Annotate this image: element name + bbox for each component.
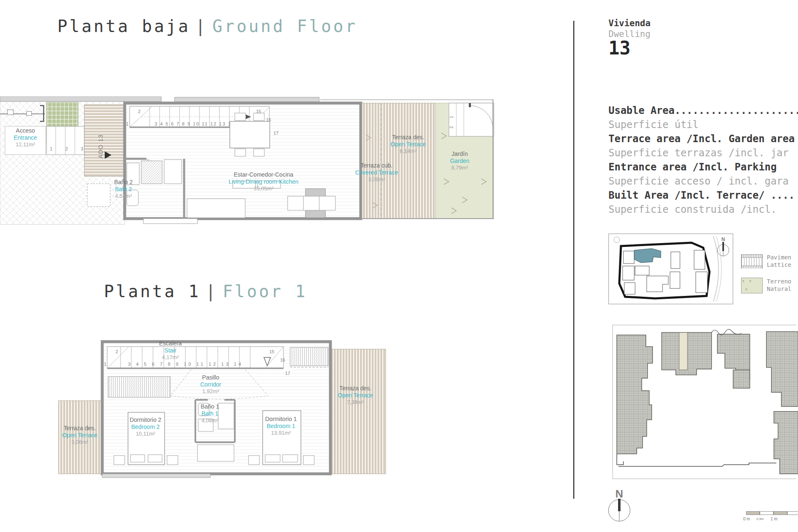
area-row-terrace-en: Terrace area /Incl. Garden area [608, 133, 795, 145]
stair-numbers-run: 3 4 5 6 7 8 9 10 11 12 13 14 [128, 362, 243, 367]
legend-label-natural: Terreno Natural [767, 278, 791, 293]
exterior-ledge [143, 219, 197, 224]
stair-numbers-run: 3 4 5 6 7 8 9 10 11 12 13 14 [155, 121, 235, 126]
stair-number: 1 [104, 362, 106, 367]
room-label-covered-terrace: Terraza cub. Covered Terrace 3,08m² [355, 162, 398, 183]
north-compass: N [605, 483, 638, 532]
stair-number: 17 [273, 131, 278, 135]
stair-number: 2 [138, 109, 140, 114]
stair-number: 15 [269, 349, 274, 354]
floor1-title-es: Planta 1 [104, 282, 201, 301]
area-row-entrance-es: Superficie acceso / incl. gara [608, 175, 788, 187]
floor1-title-en: Floor 1 [223, 282, 308, 301]
room-label-bedroom2: Dormitorio 2 Bedroom 2 10,11m² [130, 416, 161, 437]
stair-number: 16 [280, 357, 285, 362]
ground-floor-title: Planta baja|Ground Floor [57, 17, 357, 36]
site-buildings [617, 332, 798, 474]
legend-label-lattice: Pavimen Lattice [767, 254, 791, 268]
panel-divider [573, 21, 574, 499]
minimap-north-label: N [722, 236, 725, 242]
area-row-usable-es: Superficie útil [608, 119, 699, 131]
room-label-bath2: Baño 2 Bath 2 4,53m² [114, 179, 133, 200]
title-separator: | [190, 17, 212, 36]
garden-entry-nook: 2 1 [449, 103, 494, 136]
wardrobe [290, 347, 328, 366]
north-label: N [616, 488, 623, 500]
scalebar-segment [746, 511, 760, 515]
ground-floor-title-en: Ground Floor [212, 17, 357, 36]
room-label-stair: Escalera Stair 4,17m² [159, 340, 182, 361]
title-separator: | [201, 282, 223, 301]
ground-floor-title-es: Planta baja [57, 17, 190, 36]
site-plan [608, 320, 798, 482]
rear-terrace [362, 103, 436, 219]
scalebar-label-05: 0,5m [756, 517, 764, 521]
area-row-usable-en: Usable Area..................... [608, 105, 798, 116]
plan-sheet: { "titles": { "ground": {"es": "Planta b… [0, 0, 798, 532]
scalebar-label-0: 0 m [743, 517, 750, 521]
scalebar-segment [773, 511, 787, 515]
area-row-built-en: Built Area /Incl. Terrace/ .... [608, 190, 795, 201]
wardrobe [108, 377, 170, 397]
area-row-built-es: Superficie construida /incl. [608, 204, 783, 215]
garden-step-numbers: 2 1 [449, 113, 454, 128]
legend-swatch-natural: ⱴ ⱴ ⱴ [741, 278, 763, 293]
ground-floor-plan: 1 2 3 4 ADO 13 2 1 3 4 5 6 7 8 9 10 11 1… [0, 96, 495, 225]
ado-label: ADO 13 [97, 134, 104, 159]
room-label-bath1: Baño 1 Bath 1 4,08m² [201, 403, 219, 424]
site-highlighted-dwelling [679, 332, 687, 370]
entry-terrace: ADO 13 [84, 105, 125, 176]
scalebar-segment [760, 511, 773, 515]
dwelling-number: 13 [608, 37, 631, 59]
room-label-garden: Jardín Garden 8,79m² [450, 150, 470, 171]
area-row-entrance-en: Entrance area /Incl. Parking [608, 161, 777, 173]
stair-number: 2 [116, 349, 118, 354]
sofa [288, 196, 335, 210]
stair-number: 1 [126, 121, 128, 126]
legend-swatch-lattice [741, 254, 763, 268]
stair-number: 17 [285, 371, 290, 376]
scalebar-segment [787, 511, 798, 515]
site-minimap: N [608, 234, 733, 304]
floor1-right-terrace [330, 349, 386, 474]
area-row-terrace-es: Superficie terrazas /incl. jar [608, 147, 788, 159]
room-label-bedroom1: Dormitorio 1 Bedroom 1 13,91m² [265, 416, 297, 436]
room-label-right-terrace: Terraza des. Open Terrace 7,39m² [338, 385, 373, 406]
room-label-open-terrace: Terraza des. Open Terrace 8,14m² [391, 134, 426, 155]
room-label-entrance: Acceso Entrance 12,11m² [14, 127, 37, 148]
dwelling-label-es: Vivienda [608, 18, 650, 28]
room-label-corridor: Pasillo Corridor 1,92m² [200, 374, 222, 395]
room-label-living: Estar-Comedor-Cocina Living-Dining room-… [229, 171, 298, 192]
room-label-left-terrace: Terraza des. Open Terrace 3,06m² [62, 425, 98, 446]
floor1-plan: 2 1 3 4 5 6 7 8 9 10 11 12 13 14 15 16 1… [58, 337, 391, 481]
floor1-ledge [102, 474, 210, 478]
floor1-title: Planta 1|Floor 1 [104, 282, 307, 301]
scalebar-label-1: 1 m [771, 517, 778, 521]
boundary-wall [0, 96, 161, 101]
boundary-wall [175, 97, 319, 102]
